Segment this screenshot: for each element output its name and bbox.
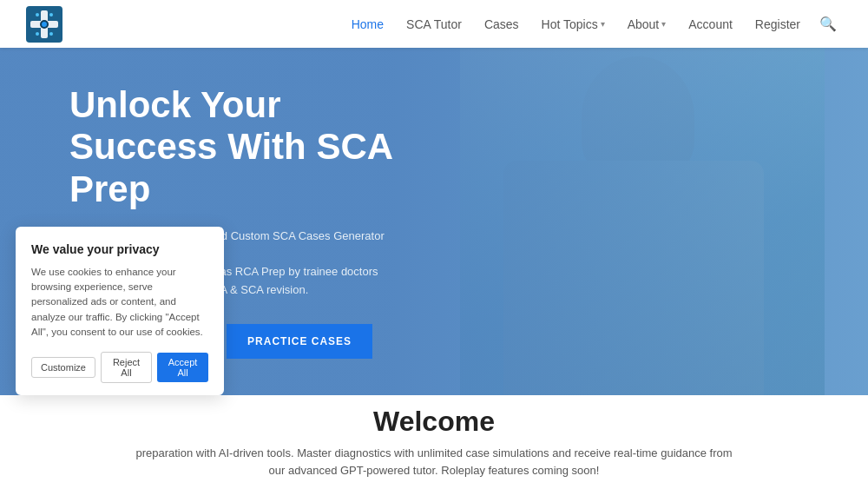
- svg-point-6: [49, 13, 53, 17]
- cookie-title: We value your privacy: [31, 242, 208, 256]
- logo[interactable]: [26, 6, 62, 43]
- cookie-banner: We value your privacy We use cookies to …: [16, 227, 224, 395]
- welcome-section: Welcome preparation with AI-driven tools…: [0, 395, 868, 489]
- nav-item-home[interactable]: Home: [343, 12, 392, 36]
- chevron-down-icon: ▾: [661, 19, 666, 29]
- nav-link-about[interactable]: About ▾: [619, 12, 675, 36]
- logo-icon: [26, 6, 62, 43]
- nav-links: Home SCA Tutor Cases Hot Topics ▾ About …: [343, 12, 842, 36]
- cookie-reject-button[interactable]: Reject All: [101, 352, 152, 383]
- svg-point-7: [36, 32, 39, 36]
- welcome-text: preparation with AI-driven tools. Master…: [130, 445, 738, 479]
- nav-item-account[interactable]: Account: [680, 12, 741, 36]
- welcome-title: Welcome: [373, 406, 495, 438]
- svg-point-8: [49, 32, 53, 36]
- svg-point-5: [36, 13, 39, 17]
- cookie-accept-button[interactable]: Accept All: [157, 353, 208, 382]
- nav-link-sca-tutor[interactable]: SCA Tutor: [398, 12, 470, 36]
- hero-title: Unlock Your Success With SCA Prep: [69, 84, 399, 210]
- cookie-customize-button[interactable]: Customize: [31, 357, 95, 378]
- nav-item-hot-topics[interactable]: Hot Topics ▾: [533, 12, 614, 36]
- nav-item-sca-tutor[interactable]: SCA Tutor: [398, 12, 470, 36]
- cookie-text: We use cookies to enhance your browsing …: [31, 265, 208, 340]
- nav-link-hot-topics[interactable]: Hot Topics ▾: [533, 12, 614, 36]
- nav-link-account[interactable]: Account: [680, 12, 741, 36]
- chevron-down-icon: ▾: [601, 19, 605, 29]
- nav-item-about[interactable]: About ▾: [619, 12, 675, 36]
- search-icon[interactable]: 🔍: [814, 11, 842, 36]
- nav-link-home[interactable]: Home: [343, 12, 392, 36]
- svg-point-4: [42, 22, 47, 27]
- nav-item-register[interactable]: Register: [746, 12, 809, 36]
- practice-cases-button[interactable]: PRACTICE CASES: [227, 324, 372, 359]
- nav-link-cases[interactable]: Cases: [476, 12, 528, 36]
- navbar: Home SCA Tutor Cases Hot Topics ▾ About …: [0, 0, 868, 48]
- nav-item-cases[interactable]: Cases: [476, 12, 528, 36]
- nav-item-search[interactable]: 🔍: [814, 16, 842, 32]
- nav-link-register[interactable]: Register: [746, 12, 809, 36]
- cookie-buttons: Customize Reject All Accept All: [31, 352, 208, 383]
